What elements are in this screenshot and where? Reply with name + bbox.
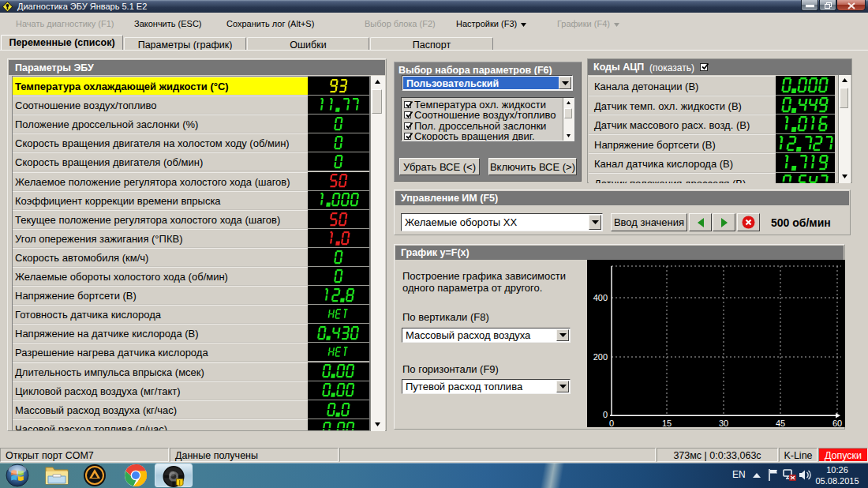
svg-text:15: 15 — [662, 419, 672, 427]
svg-text:400: 400 — [593, 293, 608, 302]
svg-text:200: 200 — [593, 352, 608, 362]
svg-text:60: 60 — [832, 419, 842, 427]
svg-text:0: 0 — [609, 419, 614, 427]
svg-text:30: 30 — [719, 419, 728, 427]
svg-text:45: 45 — [776, 419, 785, 427]
svg-text:0: 0 — [603, 410, 608, 419]
